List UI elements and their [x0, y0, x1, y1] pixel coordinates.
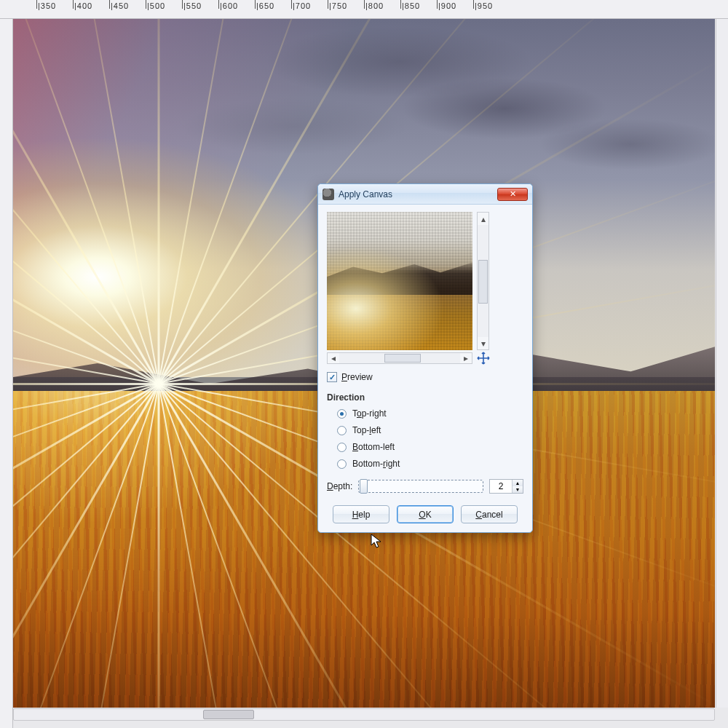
- preview-hscroll-right-icon[interactable]: ▸: [460, 353, 472, 363]
- ruler-mark: |750: [329, 1, 347, 10]
- canvas-horizontal-scrollbar[interactable]: [13, 708, 715, 721]
- ruler-mark: |450: [111, 1, 129, 10]
- direction-option-0[interactable]: Top-right: [337, 408, 523, 419]
- depth-slider[interactable]: [358, 480, 483, 493]
- ruler-mark: |650: [256, 1, 274, 10]
- preview-checkbox[interactable]: [327, 372, 337, 382]
- direction-option-2[interactable]: Bottom-left: [337, 442, 523, 452]
- preview-vscroll-up-icon[interactable]: ▴: [478, 213, 488, 225]
- direction-heading: Direction: [327, 392, 523, 403]
- preview-checkbox-label[interactable]: Preview: [341, 372, 373, 382]
- depth-value-input[interactable]: [490, 480, 512, 493]
- preview-vertical-scrollbar[interactable]: ▴ ▾: [477, 212, 489, 350]
- ruler-mark: |800: [365, 1, 384, 10]
- ruler-mark: |500: [147, 1, 165, 10]
- dialog-title: Apply Canvas: [339, 189, 392, 199]
- preview-hscroll-left-icon[interactable]: ◂: [328, 353, 339, 363]
- depth-spin-up[interactable]: ▲: [512, 480, 523, 486]
- direction-option-3[interactable]: Bottom-right: [337, 459, 523, 469]
- direction-radio-0[interactable]: [337, 409, 347, 419]
- depth-slider-handle[interactable]: [360, 479, 368, 494]
- preview-hscroll-thumb[interactable]: [384, 354, 421, 363]
- dialog-close-button[interactable]: ✕: [497, 188, 528, 201]
- apply-canvas-dialog: Apply Canvas ✕ ▴ ▾ ◂ ▸: [317, 183, 533, 533]
- ruler-mark: |400: [74, 1, 92, 10]
- preview-canvas-texture: [327, 212, 472, 350]
- depth-spin-down[interactable]: ▼: [512, 486, 523, 493]
- preview-vscroll-down-icon[interactable]: ▾: [478, 337, 488, 349]
- direction-option-1[interactable]: Top-left: [337, 425, 523, 435]
- ruler-mark: |600: [220, 1, 238, 10]
- depth-spinner[interactable]: ▲ ▼: [489, 479, 523, 494]
- ruler-mark: |950: [475, 1, 493, 10]
- preview-image[interactable]: [327, 212, 472, 350]
- canvas-hscroll-thumb[interactable]: [203, 710, 254, 719]
- ok-button[interactable]: OK: [397, 505, 454, 523]
- ruler-mark: |700: [293, 1, 311, 10]
- help-button[interactable]: Help: [333, 505, 389, 523]
- ruler-mark: |550: [183, 1, 202, 10]
- horizontal-ruler[interactable]: |350|400|450|500|550|600|650|700|750|800…: [0, 0, 728, 19]
- direction-label-2: Bottom-left: [352, 442, 395, 452]
- preview-horizontal-scrollbar[interactable]: ◂ ▸: [327, 352, 472, 364]
- direction-label-3: Bottom-right: [352, 459, 400, 469]
- canvas-vertical-scrollbar[interactable]: [716, 19, 728, 708]
- ruler-mark: |900: [438, 1, 456, 10]
- direction-radio-2[interactable]: [337, 443, 347, 452]
- vertical-ruler[interactable]: [0, 19, 13, 728]
- depth-label: Depth:: [327, 481, 352, 491]
- direction-radio-3[interactable]: [337, 459, 347, 469]
- preview-navigate-icon[interactable]: [477, 352, 490, 365]
- direction-label-1: Top-left: [352, 425, 381, 435]
- preview-vscroll-thumb[interactable]: [478, 260, 488, 304]
- ruler-mark: |350: [38, 1, 56, 10]
- direction-radio-1[interactable]: [337, 426, 347, 435]
- app-icon: [323, 189, 334, 200]
- dialog-titlebar[interactable]: Apply Canvas ✕: [318, 184, 532, 205]
- direction-label-0: Top-right: [352, 408, 387, 419]
- ruler-mark: |850: [402, 1, 420, 10]
- cancel-button[interactable]: Cancel: [461, 505, 518, 523]
